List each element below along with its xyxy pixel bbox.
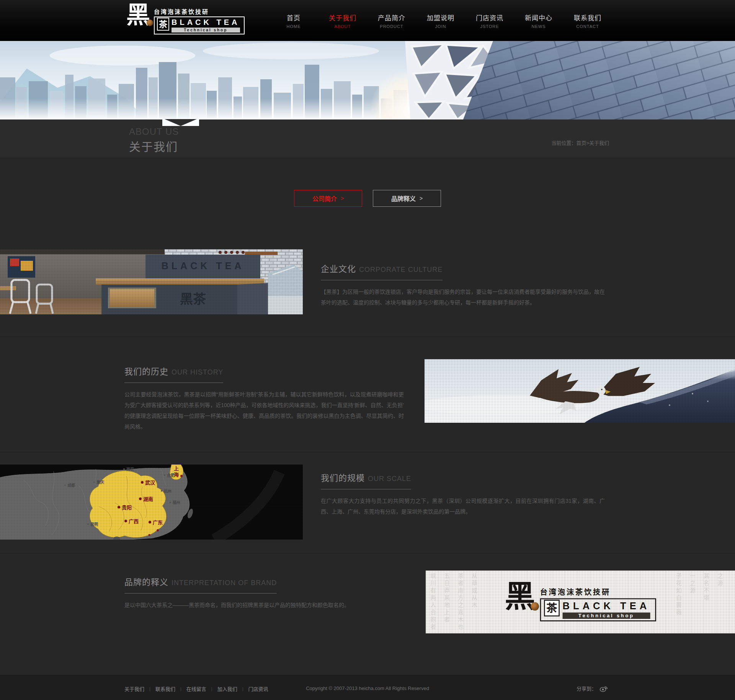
weibo-icon[interactable]: [599, 685, 608, 692]
our-history-copy: 我们的历史OUR HISTORY 公司主要经营泡沫茶饮，黑茶是以招牌“用新鲜茶叶…: [124, 365, 404, 432]
coffee-bean-icon: [531, 602, 539, 611]
main-content: 公司简介 > 品牌释义 >: [0, 158, 735, 675]
footer: 关于我们| 联系我们| 在线留言| 加入我们| 门店资讯 Copyright ©…: [0, 675, 735, 700]
nav-item-home[interactable]: 首页 HOME: [269, 13, 318, 29]
section-body: 【黑茶】为区隔一般的茶饮连锁店，客户导向是我们服务的宗旨，要让每一位来店消费者能…: [321, 286, 605, 308]
breadcrumb: 当前位置：首页>关于我们: [551, 139, 609, 146]
map-label-hunan: 湖南: [139, 495, 153, 502]
section-body: 公司主要经营泡沫茶饮，黑茶是以招牌“用新鲜茶叶泡制”茶系为主辅，辅以其它新鲜特色…: [124, 389, 404, 432]
page-title: 关于我们: [129, 137, 178, 154]
footer-link-about[interactable]: 关于我们: [124, 685, 144, 692]
footer-link-message[interactable]: 在线留言: [186, 685, 206, 692]
logo-tagline: 台湾泡沫茶饮技研: [540, 587, 656, 597]
site-logo[interactable]: 黑 台湾泡沫茶饮技研 茶 BLACK TEA Technical shop: [126, 4, 245, 34]
nav-item-jstore[interactable]: 门店资讯 JSTORE: [465, 13, 514, 29]
section-title: 企业文化CORPORATE CULTURE: [321, 262, 443, 280]
nav-item-join[interactable]: 加盟说明 JOIN: [416, 13, 465, 29]
section-brand-meaning: 品牌的释义INTERPRETATION OF BRAND 是以中国六大茶系之——…: [0, 553, 735, 675]
map-label-guiyang: 贵阳: [118, 504, 132, 511]
nav-item-news[interactable]: 新闻中心 NEWS: [514, 13, 563, 29]
logo-subtitle: Technical shop: [172, 28, 240, 33]
logo-tagline: 台湾泡沫茶饮技研: [154, 7, 245, 15]
about-tabs: 公司简介 > 品牌释义 >: [0, 190, 735, 207]
footer-link-join[interactable]: 加入我们: [217, 685, 237, 692]
map-label-hefei: 合肥: [164, 472, 175, 478]
brand-banner-logo: 黑 台湾泡沫茶饮技研 茶 BLACK TEA Technical shop: [505, 582, 656, 621]
section-body: 在广大顾客大力支持与员工的共同努力之下，黑茶（深圳）公司规模逐渐扩大，目前在深圳…: [321, 496, 605, 517]
map-label-xian: 西安: [123, 466, 134, 472]
map-label-kunming: 昆明: [87, 521, 98, 527]
section-our-history: 我们的历史OUR HISTORY 公司主要经营泡沫茶饮，黑茶是以招牌“用新鲜茶叶…: [0, 337, 735, 452]
map-label-chengdu: 成都: [64, 482, 75, 488]
hero-banner: [0, 41, 735, 119]
svg-text:黑茶: 黑茶: [180, 292, 206, 306]
shop-interior-image: BLACK TEA 黑茶: [0, 249, 303, 314]
hero-banner-image: [0, 41, 735, 119]
tab-brand-meaning[interactable]: 品牌释义 >: [373, 190, 441, 207]
footer-link-stores[interactable]: 门店资讯: [248, 685, 268, 692]
breadcrumb-home-link[interactable]: 首页: [576, 140, 586, 146]
svg-text:BLACK TEA: BLACK TEA: [162, 260, 244, 271]
logo-subtitle: Technical shop: [563, 613, 650, 619]
corporate-culture-copy: 企业文化CORPORATE CULTURE 【黑茶】为区隔一般的茶饮连锁店，客户…: [321, 262, 605, 308]
section-our-scale: 上海 武汉 湖南 贵阳 广西 广东 西安 成都 重庆 合肥 杭州 福州 昆明 我…: [0, 452, 735, 553]
nav-item-contact[interactable]: 联系我们 CONTACT: [563, 13, 612, 29]
nav-item-about[interactable]: 关于我们 ABOUT: [318, 13, 367, 29]
map-label-chongqing: 重庆: [93, 479, 104, 485]
map-label-guangxi: 广西: [124, 517, 139, 525]
footer-link-contact[interactable]: 联系我们: [155, 685, 175, 692]
map-label-hangzhou: 杭州: [161, 488, 172, 494]
share-label: 分享到：: [577, 685, 596, 692]
page-title-en: ABOUT US: [129, 126, 179, 137]
footer-links: 关于我们| 联系我们| 在线留言| 加入我们| 门店资讯: [124, 685, 268, 692]
logo-black-glyph: 黑: [126, 4, 150, 27]
chevron-right-icon: >: [341, 195, 344, 201]
brand-meaning-copy: 品牌的释义INTERPRETATION OF BRAND 是以中国六大茶系之——…: [124, 575, 416, 610]
section-title: 品牌的释义INTERPRETATION OF BRAND: [124, 575, 277, 594]
logo-brand-name: BLACK TEA: [563, 600, 650, 612]
china-map-image: 上海 武汉 湖南 贵阳 广西 广东 西安 成都 重庆 合肥 杭州 福州 昆明: [0, 464, 303, 540]
eagle-image: [425, 359, 735, 423]
share-bar: 分享到：: [577, 685, 608, 692]
page-title-section: ABOUT US 关于我们 当前位置：首页>关于我们: [0, 119, 735, 158]
top-navbar: 黑 台湾泡沫茶饮技研 茶 BLACK TEA Technical shop 首页…: [0, 0, 735, 41]
logo-tea-box: 茶: [544, 600, 560, 617]
map-label-guangdong: 广东: [149, 518, 163, 526]
map-label-wuhan: 武汉: [141, 479, 155, 486]
main-nav: 首页 HOME 关于我们 ABOUT 产品简介 PRODUCT 加盟说明 JOI…: [269, 0, 612, 41]
chevron-right-icon: >: [420, 195, 423, 201]
section-title: 我们的历史OUR HISTORY: [124, 365, 223, 383]
copyright-text: Copyright © 2007-2013 heicha.com All Rig…: [306, 685, 429, 691]
banner-notch: [162, 119, 199, 126]
nav-item-product[interactable]: 产品简介 PRODUCT: [367, 13, 416, 29]
our-scale-copy: 我们的规模OUR SCALE 在广大顾客大力支持与员工的共同努力之下，黑茶（深圳…: [321, 471, 605, 517]
tab-company-intro[interactable]: 公司简介 >: [294, 190, 362, 207]
logo-brand-name: BLACK TEA: [172, 18, 240, 27]
coffee-bean-icon: [147, 20, 153, 26]
section-body: 是以中国六大茶系之———黑茶而命名，而我们的招牌黑茶是以产品的独特配方和颜色取名…: [124, 600, 416, 610]
section-corporate-culture: BLACK TEA 黑茶 企业文化CORPORATE CULTURE 【黑茶】为…: [0, 243, 735, 337]
map-label-fuzhou: 福州: [170, 499, 180, 505]
section-title: 我们的规模OUR SCALE: [321, 471, 411, 489]
logo-tea-box: 茶: [157, 18, 169, 31]
brand-banner-image: 峡川有两人合抱者 五日莽其地上者 茶者南方之嘉木也 从草或从木 子花如白蔷薇 一…: [426, 571, 735, 633]
logo-black-glyph: 黑: [505, 582, 535, 611]
